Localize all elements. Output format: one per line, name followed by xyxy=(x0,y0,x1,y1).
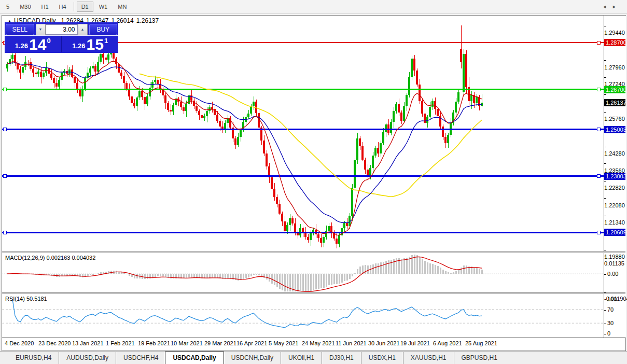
rsi-value: 50.5181 xyxy=(26,296,47,302)
buy-button[interactable]: BUY xyxy=(89,24,118,35)
line-anchor[interactable] xyxy=(3,128,6,131)
date-axis[interactable]: 4 Dec 202023 Dec 202013 Jan 20211 Feb 20… xyxy=(2,338,625,351)
date-tick-label: 6 Aug 2021 xyxy=(433,340,462,346)
date-tick-label: 13 Jan 2021 xyxy=(72,340,104,346)
current-price-badge: 1.26137 xyxy=(604,99,625,106)
timeframe-h4[interactable]: H4 xyxy=(54,2,71,12)
toolbar-separator xyxy=(74,2,74,11)
timeframe-mn[interactable]: MN xyxy=(113,2,131,12)
sell-price-pip: 0 xyxy=(47,37,50,45)
line-anchor[interactable] xyxy=(597,128,600,131)
tab-usdcad-daily[interactable]: USDCAD,Daily xyxy=(165,352,224,364)
line-anchor[interactable] xyxy=(597,175,600,178)
buy-price-base: 1.26 xyxy=(72,42,85,50)
buy-price-pip: 1 xyxy=(104,37,108,45)
rsi-axis-label: 100 xyxy=(604,296,617,303)
tab-dj30-h1[interactable]: DJ30,H1 xyxy=(322,352,361,364)
date-tick-label: 11 Jun 2021 xyxy=(336,340,367,346)
date-tick-label: 5 May 2021 xyxy=(269,340,298,346)
rsi-name: RSI(14) xyxy=(5,296,25,302)
rsi-axis-label: 0 xyxy=(604,330,610,337)
timeframe-toolbar: 5M30H1H4D1W1MN xyxy=(0,0,627,14)
tab-usdchf-h4[interactable]: USDCHF,H4 xyxy=(116,352,165,364)
one-click-trading-panel: SELL ▼ 3.00 ▲ BUY 1.26 14 0 1.26 15 xyxy=(5,22,118,53)
volume-increase-button[interactable]: ▲ xyxy=(78,24,88,35)
macd-axis-label: 0.01135 xyxy=(604,253,625,260)
macd-label: MACD(12,26,9) 0.002163 0.004032 xyxy=(5,255,95,261)
macd-name: MACD(12,26,9) xyxy=(5,255,45,261)
price-axis-label: 1.27960 xyxy=(604,57,625,64)
line-anchor[interactable] xyxy=(597,231,600,234)
level-price-badge: 1.26700 xyxy=(604,86,625,93)
line-anchor[interactable] xyxy=(597,88,600,91)
line-anchor[interactable] xyxy=(3,88,6,91)
price-axis-label: 1.29440 xyxy=(604,22,625,29)
date-tick-label: 23 Dec 2020 xyxy=(38,340,71,346)
tab-gbpusd-h1[interactable]: GBPUSD,H1 xyxy=(454,352,505,364)
tab-usdcnh-daily[interactable]: USDCNH,Daily xyxy=(224,352,281,364)
timeframe-w1[interactable]: W1 xyxy=(94,2,113,12)
price-axis-label: 1.22080 xyxy=(604,194,625,202)
line-anchor[interactable] xyxy=(3,231,6,234)
price-axis-label: 1.25760 xyxy=(604,108,625,115)
tab-audusd-daily[interactable]: AUDUSD,Daily xyxy=(59,352,116,364)
candles xyxy=(6,25,483,248)
date-tick-label: 24 May 2021 xyxy=(302,340,335,346)
volume-decrease-button[interactable]: ▼ xyxy=(36,24,46,35)
price-axis-label: 1.23560 xyxy=(604,160,625,167)
price-axis-label: 1.21340 xyxy=(604,212,625,219)
buy-price[interactable]: 1.26 15 1 xyxy=(62,36,119,52)
date-tick-label: 1 Feb 2021 xyxy=(106,340,135,346)
line-anchor[interactable] xyxy=(597,41,600,44)
price-axis-label: 1.19880 xyxy=(604,246,625,253)
tab-xauusd-h1[interactable]: XAUUSD,H1 xyxy=(403,352,454,364)
timeframe-m30[interactable]: M30 xyxy=(15,2,35,12)
sell-button[interactable]: SELL xyxy=(6,24,34,35)
date-tick-label: 10 Mar 2021 xyxy=(171,340,203,346)
level-price-badge: 1.20609 xyxy=(604,229,625,236)
pane-splitter[interactable] xyxy=(2,251,625,253)
chart-window: 1.294401.287001.279601.272401.267001.265… xyxy=(2,15,626,351)
sell-price-base: 1.26 xyxy=(15,42,28,50)
tab-usdx-h1[interactable]: USDX,H1 xyxy=(361,352,403,364)
timeframe-d1[interactable]: D1 xyxy=(77,2,93,12)
rsi-axis-label: 30 xyxy=(604,319,614,327)
tab-eurusd-h4[interactable]: EURUSD,H4 xyxy=(8,352,59,364)
symbol-tab-bar: EURUSD,H4AUDUSD,DailyUSDCHF,H4USDCAD,Dai… xyxy=(0,351,627,364)
sell-price-big: 14 xyxy=(29,37,46,52)
price-axis-label: 1.24280 xyxy=(604,143,625,150)
tab-ukoil-h1[interactable]: UKOil,H1 xyxy=(281,352,322,364)
date-tick-label: 29 Mar 2021 xyxy=(204,340,236,346)
pane-splitter[interactable] xyxy=(2,292,625,294)
tab-scroll-left-icon[interactable]: ◄ xyxy=(602,4,612,9)
date-tick-label: 25 Aug 2021 xyxy=(465,340,497,346)
date-tick-label: 4 Dec 2020 xyxy=(5,340,34,346)
macd-values: 0.002163 0.004032 xyxy=(46,255,95,261)
horizontal-level-lines[interactable] xyxy=(2,41,604,234)
timeframe-5[interactable]: 5 xyxy=(2,2,14,12)
price-axis-label: 1.27240 xyxy=(604,73,625,80)
volume-input[interactable]: 3.00 xyxy=(46,24,78,35)
date-tick-label: 30 Jun 2021 xyxy=(368,340,400,346)
tab-scroll-right-icon[interactable]: ► xyxy=(612,4,622,9)
level-price-badge: 1.28700 xyxy=(604,39,625,46)
macd-axis-label: -0.011904 xyxy=(604,288,627,295)
level-price-badge: 1.25003 xyxy=(604,126,625,133)
date-tick-label: 19 Feb 2021 xyxy=(138,340,170,346)
close-value: 1.26137 xyxy=(136,17,159,24)
macd-axis-label: 0.00 xyxy=(604,270,618,277)
date-tick-label: 16 Apr 2021 xyxy=(236,340,267,346)
level-price-badge: 1.23003 xyxy=(604,173,625,180)
timeframe-h1[interactable]: H1 xyxy=(37,2,53,12)
moving-averages xyxy=(7,61,482,235)
date-tick-label: 19 Jul 2021 xyxy=(400,340,430,346)
buy-price-big: 15 xyxy=(87,37,104,52)
rsi-pane[interactable] xyxy=(2,294,604,338)
tab-scroll-arrows: ◄► xyxy=(602,4,622,9)
rsi-label: RSI(14) 50.5181 xyxy=(5,296,47,302)
sell-price[interactable]: 1.26 14 0 xyxy=(5,36,61,52)
macd-signal-line xyxy=(7,257,482,291)
rsi-axis-label: 70 xyxy=(604,306,614,313)
line-anchor[interactable] xyxy=(3,175,6,178)
trading-terminal: 5M30H1H4D1W1MN 1.294401.287001.279601.27… xyxy=(0,0,627,364)
